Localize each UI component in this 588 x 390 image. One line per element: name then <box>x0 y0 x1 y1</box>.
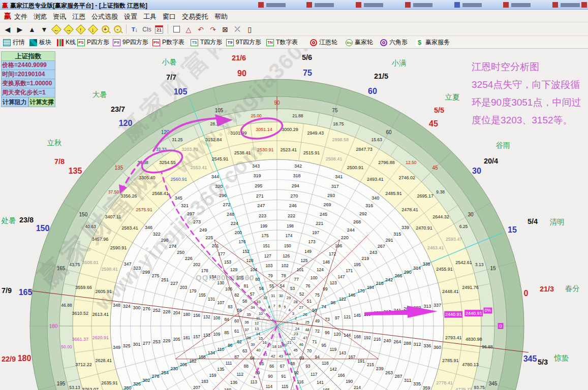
wheel-number: 54 <box>280 283 285 288</box>
wheel-number: 3000.29 <box>282 127 298 132</box>
menu-item[interactable]: 窗口 <box>163 12 176 21</box>
menu-item[interactable]: 资讯 <box>53 12 66 21</box>
triangle-tool-icon[interactable]: △ <box>183 24 194 35</box>
ribbon-item-TN[interactable]: TNT数字表 <box>266 38 298 47</box>
wheel-number: 360 <box>434 345 441 350</box>
shift-icon[interactable]: T↓ <box>129 24 140 35</box>
zoom-out-icon[interactable]: - <box>112 24 123 35</box>
wheel-number: 278 <box>152 374 160 379</box>
wheel-number: 3407.11 <box>105 214 121 219</box>
diamond-right-icon[interactable]: → <box>63 24 74 35</box>
eraser-icon[interactable]: ▯ <box>244 24 255 35</box>
wheel-number: 244 <box>347 228 355 233</box>
ribbon-item-big[interactable]: Big赢家轮 <box>346 38 373 47</box>
wheel-number: 60 <box>386 129 392 135</box>
wheel-outer-label: 5/3 <box>538 358 548 366</box>
wheel-number: 2485.91 <box>385 191 402 196</box>
back-icon[interactable]: ◀ <box>2 24 13 35</box>
calc-resistance-button[interactable]: 计算阻力 <box>1 98 28 107</box>
ribbon-item-dollar[interactable]: $赢家服务 <box>416 38 450 47</box>
menu-item[interactable]: 设置 <box>124 12 137 21</box>
wheel-number: 45 <box>432 165 439 171</box>
wheel-number: 319 <box>254 173 261 178</box>
calc-support-button[interactable]: 计算支撑 <box>28 98 56 107</box>
ribbon-item-PN[interactable]: PNP数字表 <box>152 38 184 47</box>
wheel-number: 63 <box>242 348 247 353</box>
wheel-number: 105 <box>215 108 224 113</box>
diamond-left-icon[interactable]: ← <box>51 24 62 35</box>
rotate-cw-icon[interactable]: ↷ <box>207 24 219 35</box>
wheel-number: 167 <box>348 354 355 360</box>
ribbon-item-TS[interactable]: TST四方形 <box>191 38 222 47</box>
wheel-number: 141 <box>317 380 324 385</box>
wheel-number: 155 <box>199 292 206 298</box>
wheel-number: 86 <box>228 343 233 348</box>
wheel-number: 62 <box>237 339 242 344</box>
window-title: 赢赢家江恩专业版[赢家服务平台] - [上证指数 江恩轮] <box>2 2 147 10</box>
wheel-number: 2568.41 <box>152 191 169 196</box>
wheel-number: 247 <box>257 203 265 208</box>
forward-icon[interactable]: ▶ <box>14 24 25 35</box>
ribbon-item-hex[interactable]: 六角形 <box>380 38 408 47</box>
wheel-number: 45 <box>293 348 297 352</box>
wheel-number: 343 <box>252 164 260 169</box>
menu-item[interactable]: 公式选股 <box>91 12 118 21</box>
wheel-number: 216 <box>374 337 381 342</box>
menu-item[interactable]: 帮助 <box>214 12 228 21</box>
wheel-number: 2493.41 <box>367 177 384 182</box>
menu-item[interactable]: 工具 <box>143 12 157 21</box>
wheel-number: 176 <box>238 239 245 244</box>
wheel-outer-label: 惊蛰 <box>554 354 569 362</box>
wheel-outer-label: 小暑 <box>162 58 177 66</box>
rotate-ccw-icon[interactable]: ↶ <box>195 24 206 35</box>
ticker-icon <box>503 2 509 8</box>
wheel-number: 36 <box>244 320 249 324</box>
wheel-number: 118 <box>322 361 329 366</box>
wheel-number: 93.75 <box>474 385 485 390</box>
wheel-number: 123 <box>330 280 337 285</box>
ribbon-item-PS[interactable]: PSP四方形 <box>77 38 109 47</box>
calendar-icon[interactable]: 21 <box>153 24 165 35</box>
down-icon[interactable]: ▼ <box>39 24 50 35</box>
diamond-down-icon[interactable]: ↓ <box>87 24 99 35</box>
panel-field: 时间=20190104 <box>1 70 55 79</box>
wheel-number: 157 <box>193 334 200 339</box>
wheel-number: 121 <box>344 314 351 319</box>
menu-item[interactable]: 文件 <box>14 12 27 21</box>
index-info-panel: 上证指数价格=2440.9099时间=20190104变换系数=1.00000周… <box>1 51 55 107</box>
wheel-number: 83 <box>228 304 233 309</box>
wheel-number: 173 <box>308 239 316 244</box>
wheel-number: 80 <box>255 277 260 282</box>
diamond-up-icon[interactable]: ↑ <box>75 24 86 35</box>
menu-item[interactable]: 浏览 <box>34 12 47 21</box>
ribbon-item-blocks[interactable]: 板块 <box>29 38 51 47</box>
ribbon-item-grid[interactable]: 行情 <box>3 38 25 47</box>
wheel-number: 85 <box>224 330 229 335</box>
wheel-number: 39 <box>251 342 255 347</box>
wheel-outer-label: 23/7 <box>111 105 125 113</box>
zoom-in-icon[interactable]: + <box>100 24 111 35</box>
ticker-icon <box>356 2 361 8</box>
ribbon-item-T9[interactable]: T99T四方形 <box>226 38 261 47</box>
wheel-number: 198 <box>287 223 294 229</box>
wheel-number: 92 <box>294 370 299 375</box>
wheel-number: 219 <box>361 256 369 261</box>
ribbon-item-kline[interactable]: K线 <box>56 38 76 47</box>
wheel-number: 28 <box>293 300 297 304</box>
ribbon-item-target[interactable]: 江恩轮 <box>310 38 337 47</box>
wheel-number: 292 <box>359 211 367 216</box>
ribbon-item-P9[interactable]: P99P四方形 <box>113 38 148 47</box>
wheel-number: 12 <box>255 321 259 326</box>
cross-tool-icon[interactable]: ⤫ <box>232 24 243 35</box>
wheel-number: 71 <box>312 339 317 344</box>
wheel-number: 359 <box>422 385 430 390</box>
wheel-number: 58 <box>242 299 247 304</box>
wheel-number: 321 <box>181 203 189 208</box>
box-x-icon[interactable]: ⊠ <box>220 24 231 35</box>
cls-icon[interactable]: Cls <box>141 24 152 35</box>
wheel-number: 116 <box>297 379 304 384</box>
menu-item[interactable]: 交易委托 <box>182 12 208 21</box>
square-tool-icon[interactable] <box>171 24 182 35</box>
menu-item[interactable]: 江恩 <box>72 12 85 21</box>
up-icon[interactable]: ▲ <box>26 24 38 35</box>
